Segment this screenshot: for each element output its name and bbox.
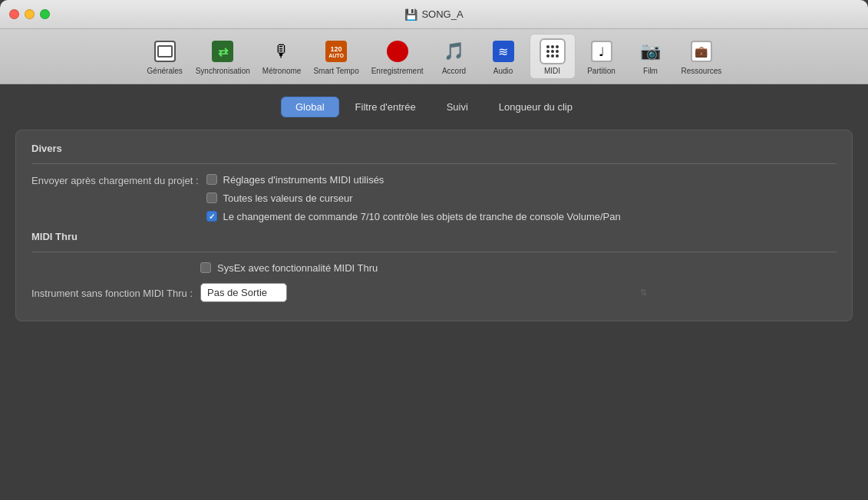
close-button[interactable] [9, 9, 19, 19]
divers-divider [31, 163, 837, 164]
tab-longueur-clip[interactable]: Longueur du clip [484, 97, 587, 117]
toolbar-item-generales[interactable]: Générales [142, 35, 188, 78]
partition-icon: ♩ [588, 38, 616, 65]
film-label: Film [643, 67, 658, 75]
tab-global[interactable]: Global [281, 97, 339, 117]
generales-icon [151, 38, 179, 65]
toolbar-item-synchronisation[interactable]: ⇄ Synchronisation [191, 35, 255, 78]
partition-icon-shape: ♩ [591, 41, 612, 62]
smart-tempo-label: Smart Tempo [313, 67, 358, 75]
minimize-button[interactable] [25, 9, 35, 19]
midi-instruments-label: Réglages d'instruments MIDI utilisés [223, 173, 384, 187]
toolbar-item-accord[interactable]: 🎵 Accord [431, 35, 477, 78]
main-window: 💾 SONG_A Générales ⇄ Synchronisation 🎙 M… [0, 0, 868, 500]
ressources-label: Ressources [682, 67, 722, 75]
midi-instruments-checkbox[interactable] [206, 174, 217, 185]
window-title: 💾 SONG_A [404, 8, 463, 21]
window-title-text: SONG_A [421, 8, 463, 20]
enregistrement-icon [384, 38, 411, 65]
instrument-select-container: Pas de Sortie [200, 283, 653, 302]
smarttempo-icon-shape: 120 AUTO [325, 41, 347, 62]
toolbar: Générales ⇄ Synchronisation 🎙 Métronome … [0, 29, 868, 84]
divers-title: Divers [31, 143, 837, 154]
main-content: Global Filtre d'entrée Suivi Longueur du… [0, 84, 868, 500]
instrument-label: Instrument sans fonction MIDI Thru : [31, 286, 200, 299]
film-icon: 📷 [637, 38, 665, 65]
accord-label: Accord [442, 67, 466, 75]
ressources-icon: 💼 [688, 38, 715, 65]
midi-grid [546, 45, 559, 58]
midi-icon-shape [540, 38, 566, 64]
toolbar-item-enregistrement[interactable]: Enregistrement [367, 35, 428, 78]
tab-bar: Global Filtre d'entrée Suivi Longueur du… [15, 97, 853, 117]
metronome-icon: 🎙 [268, 38, 295, 65]
sysex-checkbox[interactable] [200, 262, 211, 273]
document-icon: 💾 [404, 8, 417, 21]
toolbar-item-film[interactable]: 📷 Film [628, 35, 674, 78]
settings-panel: Divers Envoyer après chargement du proje… [15, 130, 853, 321]
generales-icon-shape [154, 41, 176, 62]
tab-filtre-entree[interactable]: Filtre d'entrée [341, 97, 431, 117]
audio-icon: ≋ [490, 38, 517, 65]
command-change-label: Le changement de commande 7/10 contrôle … [223, 210, 621, 224]
toolbar-item-ressources[interactable]: 💼 Ressources [677, 35, 727, 78]
toolbar-item-midi[interactable]: MIDI [530, 34, 576, 79]
instrument-row: Instrument sans fonction MIDI Thru : Pas… [31, 283, 837, 302]
midi-icon [539, 38, 566, 65]
divers-section: Divers Envoyer après chargement du proje… [31, 143, 837, 225]
metronome-label: Métronome [262, 67, 302, 75]
cursor-values-checkbox[interactable] [206, 192, 217, 203]
midi-label: MIDI [544, 67, 560, 75]
toolbar-item-audio[interactable]: ≋ Audio [480, 35, 526, 78]
smart-tempo-icon: 120 AUTO [322, 38, 350, 65]
ressources-icon-shape: 💼 [691, 41, 712, 62]
tab-suivi[interactable]: Suivi [432, 97, 483, 117]
sync-icon-shape: ⇄ [212, 41, 233, 62]
synchronisation-icon: ⇄ [209, 38, 236, 65]
sysex-checkbox-row: SysEx avec fonctionnalité MIDI Thru [200, 262, 378, 275]
audio-icon-shape: ≋ [493, 41, 514, 62]
command-change-row: Le changement de commande 7/10 contrôle … [206, 210, 621, 224]
sysex-row: SysEx avec fonctionnalité MIDI Thru [200, 262, 837, 275]
partition-label: Partition [587, 67, 616, 75]
titlebar: 💾 SONG_A [0, 0, 868, 29]
generales-label: Générales [147, 67, 183, 75]
enregistrement-icon-shape [387, 41, 408, 62]
audio-label: Audio [493, 67, 513, 75]
midi-thru-section: MIDI Thru SysEx avec fonctionnalité MIDI… [31, 231, 837, 302]
midi-thru-title: MIDI Thru [31, 231, 837, 242]
cursor-values-row: Toutes les valeurs de curseur [206, 192, 621, 206]
send-after-row: Envoyer après chargement du projet : Rég… [31, 173, 837, 225]
midi-thru-divider [31, 252, 837, 252]
enregistrement-label: Enregistrement [371, 67, 424, 75]
cursor-values-label: Toutes les valeurs de curseur [223, 192, 353, 206]
instrument-select[interactable]: Pas de Sortie [200, 283, 287, 302]
window-controls [9, 9, 50, 19]
divers-checkboxes: Réglages d'instruments MIDI utilisés Tou… [206, 173, 621, 225]
sysex-label: SysEx avec fonctionnalité MIDI Thru [217, 262, 378, 275]
send-after-label: Envoyer après chargement du projet : [31, 173, 206, 186]
maximize-button[interactable] [40, 9, 50, 19]
synchronisation-label: Synchronisation [196, 67, 250, 75]
command-change-checkbox[interactable] [206, 211, 217, 222]
toolbar-item-smart-tempo[interactable]: 120 AUTO Smart Tempo [309, 35, 363, 78]
accord-icon: 🎵 [441, 38, 468, 65]
toolbar-item-metronome[interactable]: 🎙 Métronome [258, 35, 306, 78]
toolbar-item-partition[interactable]: ♩ Partition [579, 35, 625, 78]
midi-instruments-row: Réglages d'instruments MIDI utilisés [206, 173, 621, 187]
